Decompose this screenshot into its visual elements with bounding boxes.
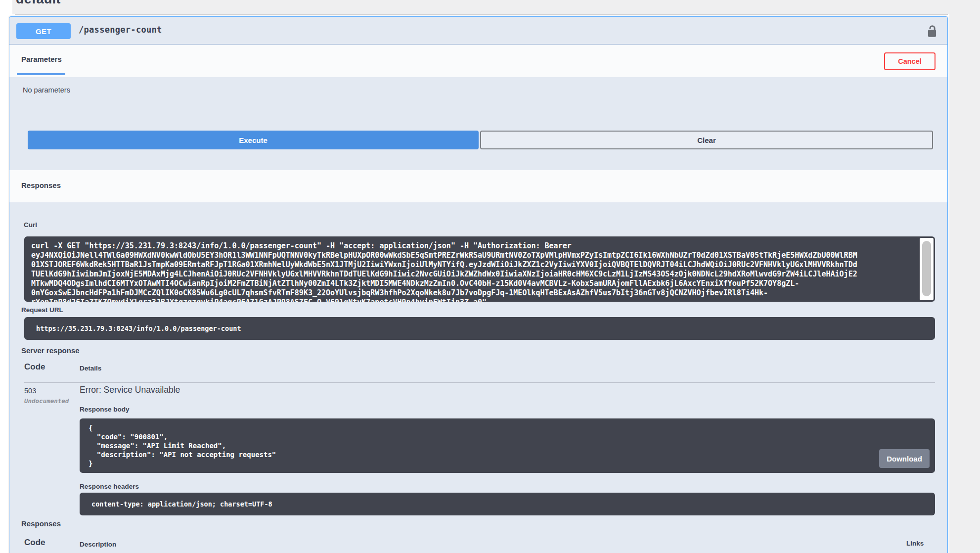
scrollbar-thumb[interactable] bbox=[922, 241, 931, 296]
documented-links-header: Links bbox=[906, 540, 924, 547]
curl-line: rYepIpP8d26IaZIKZOmydiYlqrz3JBJYtgzgzqvk… bbox=[31, 298, 918, 302]
method-badge: GET bbox=[16, 23, 71, 39]
download-button[interactable]: Download bbox=[879, 449, 930, 468]
response-headers-value: content-type: application/json; charset=… bbox=[80, 493, 935, 515]
page-background-strip bbox=[949, 0, 980, 553]
operation-block-get: GET /passenger-count Parameters Cancel N… bbox=[9, 16, 948, 553]
operation-summary[interactable]: GET /passenger-count bbox=[9, 17, 947, 45]
responses-title: Responses bbox=[21, 181, 61, 189]
curl-line: 01XSTJOREF6WkdRek5HTTBaR1JsTmpKa09ERmtaR… bbox=[31, 260, 918, 270]
curl-line: 0nYGoxSwEJbncHdFPa1hFmDJMCcZQlIK0oCK85Wu… bbox=[31, 288, 918, 298]
response-body-block: { "code": "900801", "message": "API Limi… bbox=[80, 418, 935, 473]
response-headers-label: Response headers bbox=[80, 483, 139, 490]
unlock-icon bbox=[926, 23, 938, 38]
request-url-bar: https://35.231.79.3:8243/info/1.0.0/pass… bbox=[24, 317, 935, 340]
curl-command-block[interactable]: curl -X GET "https://35.231.79.3:8243/in… bbox=[24, 236, 935, 302]
server-response-details-header: Details bbox=[80, 365, 101, 372]
endpoint-path: /passenger-count bbox=[79, 25, 162, 35]
tab-parameters[interactable]: Parameters bbox=[21, 55, 62, 63]
response-headers-bar: content-type: application/json; charset=… bbox=[80, 493, 935, 515]
request-url-value: https://35.231.79.3:8243/info/1.0.0/pass… bbox=[24, 317, 935, 340]
parameters-header-row: Parameters Cancel bbox=[9, 45, 947, 77]
server-response-code-header: Code bbox=[24, 362, 45, 372]
request-url-label: Request URL bbox=[21, 306, 63, 314]
authorize-button[interactable] bbox=[924, 23, 940, 40]
execute-row: Execute Clear bbox=[28, 131, 933, 149]
response-body-label: Response body bbox=[80, 406, 130, 413]
response-body-line: "description": "API not accepting reques… bbox=[89, 450, 926, 459]
section-divider bbox=[15, 14, 948, 15]
cancel-button[interactable]: Cancel bbox=[884, 52, 935, 70]
api-section-heading[interactable]: default bbox=[16, 0, 61, 7]
response-body-line: "message": "API Limit Reached", bbox=[89, 441, 926, 450]
curl-line: eyJ4NXQiOiJNell4TWlGa09HWXdNV0kwWldObU5E… bbox=[31, 251, 918, 260]
server-response-label: Server response bbox=[21, 346, 80, 355]
documented-responses-title: Responses bbox=[21, 519, 61, 528]
documented-description-header: Description bbox=[80, 541, 116, 548]
response-body-line: "code": "900801", bbox=[89, 432, 926, 441]
documented-code-header: Code bbox=[24, 538, 45, 548]
scrollbar-track[interactable] bbox=[920, 238, 934, 300]
response-body-line: { bbox=[89, 423, 926, 432]
swagger-page: default GET /passenger-count Parameters … bbox=[0, 0, 980, 553]
curl-label: Curl bbox=[24, 221, 37, 229]
curl-line: MTkwMDQ4ODgsImlhdCI6MTYxOTAwMTI4OCwianRp… bbox=[31, 279, 918, 288]
clear-button[interactable]: Clear bbox=[480, 131, 933, 149]
status-code: 503 bbox=[24, 387, 36, 395]
status-note: Undocumented bbox=[24, 397, 69, 405]
response-body-line: } bbox=[89, 459, 926, 468]
no-parameters-text: No parameters bbox=[23, 86, 70, 94]
execute-button[interactable]: Execute bbox=[28, 131, 479, 149]
table-divider bbox=[24, 382, 935, 383]
curl-line: TUElKdG9hIiwibmJmIjoxNjE5MDAxMjg4LCJhenA… bbox=[31, 270, 918, 279]
curl-line: curl -X GET "https://35.231.79.3:8243/in… bbox=[31, 241, 918, 251]
page-background-band bbox=[12, 0, 949, 14]
response-message: Error: Service Unavailable bbox=[80, 385, 180, 395]
active-tab-underline bbox=[17, 73, 65, 75]
responses-header-row: Responses bbox=[9, 170, 947, 202]
